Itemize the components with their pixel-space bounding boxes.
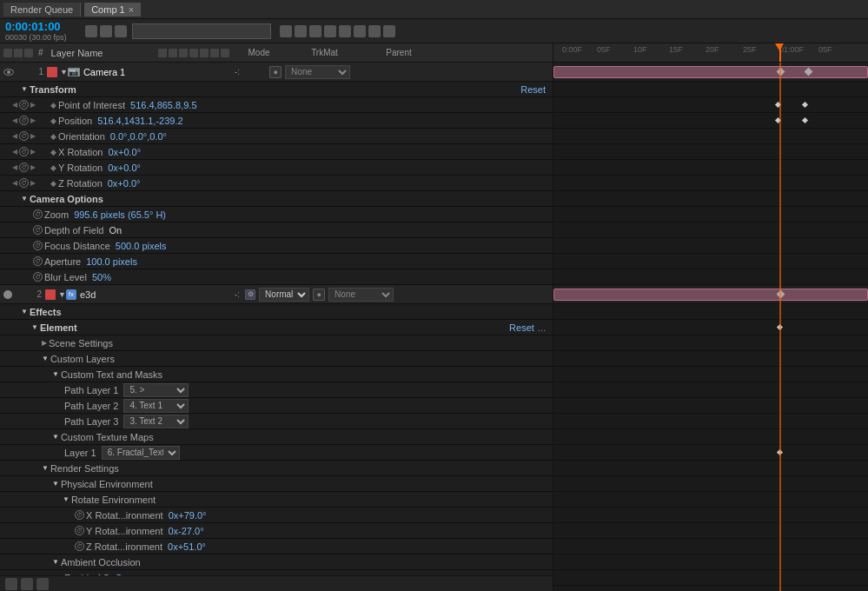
camera-solo-icon[interactable]	[15, 68, 23, 76]
search-input[interactable]	[132, 23, 271, 39]
layer-row-e3d[interactable]: 2 ▼ fx e3d -: ⚙ Normal ●	[0, 285, 553, 304]
xrot-nav-left[interactable]: ◀	[12, 148, 17, 156]
xrot-value[interactable]: 0x+0.0°	[103, 147, 141, 157]
toolbar-icon-1[interactable]	[85, 25, 97, 37]
z-rotate-value[interactable]: 0x+51.0°	[162, 541, 206, 552]
zrot-stopwatch[interactable]: ⏱	[19, 178, 29, 188]
dof-value[interactable]: On	[103, 225, 122, 236]
e3d-parent-select[interactable]: None	[328, 288, 394, 302]
toolbar-icon-6[interactable]	[309, 25, 321, 37]
custom-text-masks-triangle[interactable]: ▼	[52, 370, 59, 378]
path-layer-2-select[interactable]: 4. Text 1	[123, 399, 189, 413]
toolbar-icon-3[interactable]	[115, 25, 127, 37]
header-icon-misc6[interactable]	[210, 49, 219, 57]
toolbar-icon-7[interactable]	[324, 25, 336, 37]
camera-visibility-toggle[interactable]	[3, 69, 14, 76]
header-icon-misc5[interactable]	[200, 49, 209, 57]
header-icon-misc1[interactable]	[158, 49, 167, 57]
camera-triangle[interactable]: ▼	[60, 68, 68, 76]
layer-row-camera[interactable]: 1 ▼ 📷 Camera 1 -: ● None	[0, 63, 553, 82]
e3d-visibility[interactable]	[3, 290, 12, 299]
zoom-value[interactable]: 995.6 pixels (65.5° H)	[69, 209, 166, 220]
close-tab-button[interactable]: ×	[129, 4, 134, 15]
orientation-value[interactable]: 0.0°,0.0°,0.0°	[105, 131, 167, 142]
yrot-stopwatch[interactable]: ⏱	[19, 163, 29, 172]
physical-env-triangle[interactable]: ▼	[52, 480, 59, 488]
poi-value[interactable]: 516.4,865.8,9.5	[125, 100, 196, 110]
header-icon-misc2[interactable]	[169, 49, 177, 57]
yrot-value[interactable]: 0x+0.0°	[103, 163, 141, 173]
effects-triangle[interactable]: ▼	[21, 308, 28, 315]
header-icon-eye[interactable]	[3, 49, 12, 57]
e3d-solo[interactable]	[13, 290, 22, 299]
bottom-icon-2[interactable]	[21, 578, 33, 590]
ori-stopwatch[interactable]: ⏱	[19, 131, 29, 141]
e3d-mode-select[interactable]: Normal	[259, 288, 309, 302]
transform-reset-btn[interactable]: Reset	[520, 84, 553, 95]
poi-nav-right[interactable]: ▶	[30, 101, 36, 109]
element-dots-btn[interactable]: ...	[538, 322, 553, 333]
y-rotate-value[interactable]: 0x-27.0°	[162, 526, 203, 536]
bottom-icon-3[interactable]	[36, 578, 49, 590]
transform-triangle[interactable]: ▼	[21, 85, 28, 93]
toolbar-icon-10[interactable]	[368, 25, 381, 37]
pos-nav-right[interactable]: ▶	[30, 116, 36, 124]
zrot-value[interactable]: 0x+0.0°	[103, 178, 141, 189]
camera-parent-select[interactable]: None	[285, 65, 350, 79]
e3d-lock[interactable]	[23, 290, 31, 299]
texture-layer-1-select[interactable]: 6. Fractal_Text	[102, 446, 180, 460]
e3d-adjust-icon[interactable]: ⚙	[245, 289, 255, 300]
camera-options-triangle[interactable]: ▼	[21, 195, 28, 203]
toolbar-icon-8[interactable]	[339, 25, 351, 37]
zrot-nav-right[interactable]: ▶	[30, 179, 36, 187]
focus-stopwatch[interactable]: ⏱	[33, 241, 43, 250]
ori-nav-right[interactable]: ▶	[30, 132, 36, 140]
blur-stopwatch[interactable]: ⏱	[33, 272, 43, 282]
toolbar-icon-5[interactable]	[295, 25, 307, 37]
aperture-value[interactable]: 100.0 pixels	[81, 256, 137, 267]
path-layer-3-select[interactable]: 3. Text 2	[123, 415, 189, 428]
header-icon-misc7[interactable]	[221, 49, 229, 57]
x-rotate-stopwatch[interactable]: ⏱	[75, 510, 84, 520]
render-settings-triangle[interactable]: ▼	[42, 464, 49, 472]
toolbar-icon-9[interactable]	[354, 25, 366, 37]
xrot-nav-right[interactable]: ▶	[30, 148, 36, 156]
position-value[interactable]: 516.4,1431.1,-239.2	[92, 116, 182, 126]
path-layer-1-select[interactable]: 5. >	[123, 383, 189, 397]
bottom-icon-1[interactable]	[5, 578, 17, 590]
ambient-occlusion-triangle[interactable]: ▼	[52, 558, 59, 566]
custom-layers-triangle[interactable]: ▼	[42, 355, 49, 362]
ori-nav-left[interactable]: ◀	[12, 132, 17, 140]
x-rotate-value[interactable]: 0x+79.0°	[163, 510, 207, 521]
aperture-stopwatch[interactable]: ⏱	[33, 256, 43, 266]
toolbar-icon-2[interactable]	[100, 25, 112, 37]
e3d-vis-check[interactable]: ●	[313, 289, 325, 301]
zrot-nav-left[interactable]: ◀	[12, 179, 17, 187]
camera-vis-check[interactable]: ●	[269, 66, 282, 78]
element-reset-btn[interactable]: Reset	[509, 322, 538, 333]
custom-texture-maps-triangle[interactable]: ▼	[52, 433, 59, 441]
yrot-nav-right[interactable]: ▶	[30, 163, 36, 171]
header-icon-misc3[interactable]	[179, 49, 188, 57]
zoom-stopwatch[interactable]: ⏱	[33, 209, 43, 219]
header-icon-solo[interactable]	[14, 49, 23, 57]
poi-stopwatch[interactable]: ⏱	[19, 100, 29, 110]
z-rotate-stopwatch[interactable]: ⏱	[75, 541, 84, 551]
header-icon-misc4[interactable]	[189, 49, 198, 57]
rotate-env-triangle[interactable]: ▼	[63, 495, 70, 503]
e3d-triangle[interactable]: ▼	[58, 290, 66, 299]
pos-nav-left[interactable]: ◀	[12, 116, 17, 124]
blur-value[interactable]: 50%	[87, 272, 111, 282]
layers-scroll-area[interactable]: 1 ▼ 📷 Camera 1 -: ● None	[0, 63, 553, 575]
pos-stopwatch[interactable]: ⏱	[19, 116, 29, 125]
toolbar-icon-4[interactable]	[280, 25, 292, 37]
focus-value[interactable]: 500.0 pixels	[110, 241, 167, 251]
render-queue-tab[interactable]: Render Queue	[3, 3, 81, 17]
header-icon-lock[interactable]	[24, 49, 33, 57]
scene-settings-triangle[interactable]: ▶	[42, 339, 47, 347]
dof-stopwatch[interactable]: ⏱	[33, 225, 43, 235]
y-rotate-stopwatch[interactable]: ⏱	[75, 526, 84, 535]
camera-lock-icon[interactable]	[24, 68, 33, 76]
comp-tab[interactable]: Comp 1 ×	[84, 3, 141, 17]
xrot-stopwatch[interactable]: ⏱	[19, 147, 29, 156]
